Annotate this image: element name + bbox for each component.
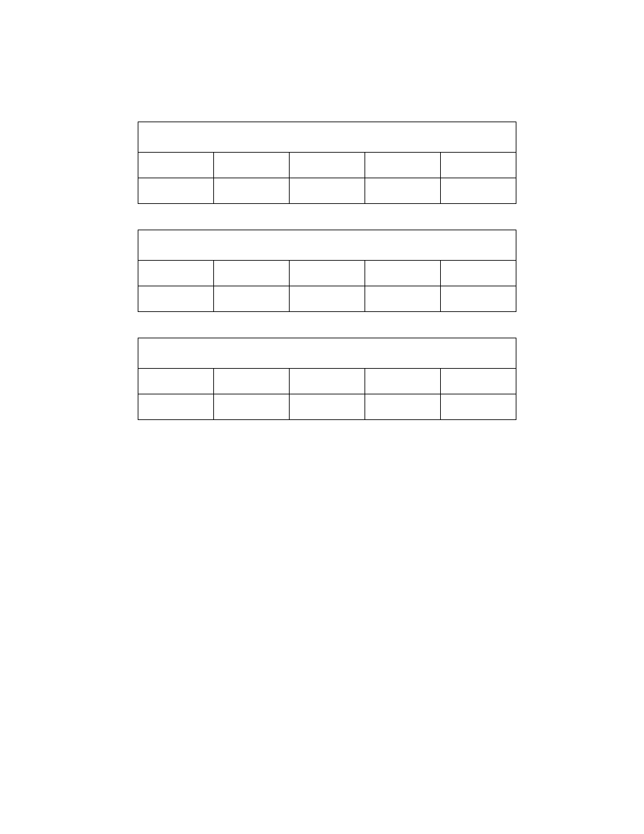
- table-cell: [365, 286, 441, 312]
- table-row: [138, 122, 516, 153]
- table-cell: [138, 369, 214, 394]
- table-cell: [214, 153, 290, 178]
- table-cell: [138, 394, 214, 420]
- table-row: [138, 178, 516, 204]
- table-cell: [441, 153, 516, 178]
- table-row: [138, 338, 516, 369]
- table-cell: [365, 394, 441, 420]
- table-cell: [214, 261, 290, 286]
- table-cell: [441, 261, 516, 286]
- table-2: [138, 230, 516, 312]
- table-cell: [441, 369, 516, 394]
- table-cell: [365, 153, 441, 178]
- table-row: [138, 369, 516, 394]
- table-row: [138, 261, 516, 286]
- table-cell: [290, 286, 365, 312]
- table-cell: [365, 178, 441, 204]
- table-cell: [214, 394, 290, 420]
- table-cell: [290, 153, 365, 178]
- table-cell: [214, 369, 290, 394]
- table-cell: [290, 178, 365, 204]
- table-cell: [441, 178, 516, 204]
- table-row: [138, 153, 516, 178]
- table-row: [138, 394, 516, 420]
- table-header-cell: [138, 230, 516, 261]
- table-cell: [365, 369, 441, 394]
- table-cell: [290, 394, 365, 420]
- table-cell: [290, 369, 365, 394]
- table-cell: [138, 286, 214, 312]
- table-cell: [138, 261, 214, 286]
- table-cell: [441, 394, 516, 420]
- table-cell: [365, 261, 441, 286]
- table-3: [138, 338, 516, 420]
- table-cell: [290, 261, 365, 286]
- table-1: [138, 122, 516, 204]
- table-cell: [441, 286, 516, 312]
- table-header-cell: [138, 122, 516, 153]
- table-cell: [214, 178, 290, 204]
- table-header-cell: [138, 338, 516, 369]
- table-row: [138, 286, 516, 312]
- table-row: [138, 230, 516, 261]
- table-cell: [138, 153, 214, 178]
- table-cell: [138, 178, 214, 204]
- table-cell: [214, 286, 290, 312]
